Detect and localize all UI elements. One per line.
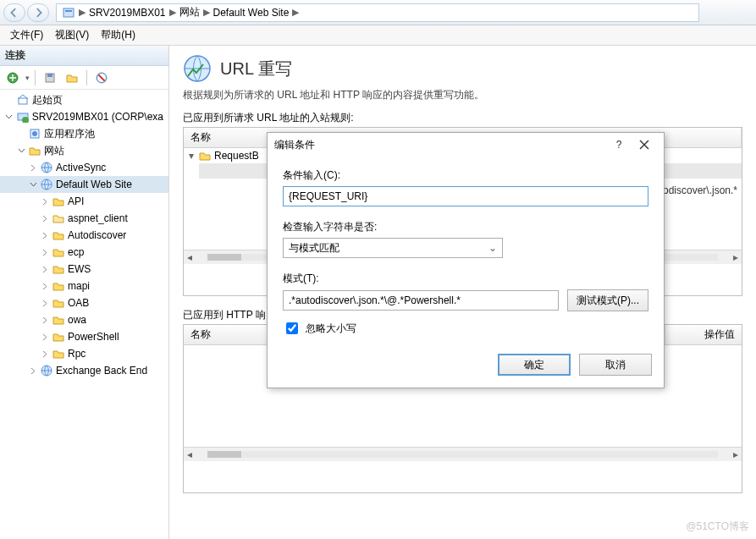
menu-help[interactable]: 帮助(H) — [96, 26, 141, 44]
condition-input-field[interactable] — [283, 186, 648, 206]
scroll-thumb[interactable] — [207, 451, 241, 458]
folder-icon — [52, 212, 65, 225]
folder-icon — [52, 262, 65, 276]
test-pattern-button[interactable]: 测试模式(P)... — [567, 289, 648, 311]
expand-icon[interactable] — [39, 266, 51, 273]
stop-icon[interactable] — [92, 69, 111, 87]
tree-site-exchange-back-end[interactable]: Exchange Back End — [0, 362, 168, 379]
svg-rect-8 — [19, 98, 27, 104]
ignore-case-label: 忽略大小写 — [306, 322, 356, 336]
connections-pane: 连接 ▾ 起始页 SRV2019MBX01 (CORP\exa — [0, 46, 169, 539]
svg-rect-0 — [63, 8, 74, 17]
edit-condition-dialog: 编辑条件 ? 条件输入(C): 检查输入字符串是否: 与模式匹配 ⌄ 模式(T)… — [267, 132, 665, 388]
tree-vdir-powershell[interactable]: PowerShell — [0, 328, 168, 345]
tree-app-pools[interactable]: 应用程序池 — [0, 125, 168, 142]
server-icon — [62, 6, 75, 19]
expand-icon[interactable] — [39, 249, 51, 256]
tree-site-default-web-site[interactable]: Default Web Site — [0, 176, 168, 193]
breadcrumb-sites[interactable]: 网站 — [179, 5, 200, 19]
folder-icon — [199, 150, 211, 162]
inbound-rules-label: 已应用到所请求 URL 地址的入站规则: — [183, 111, 742, 125]
check-type-label: 检查输入字符串是否: — [283, 220, 648, 234]
connections-tree[interactable]: 起始页 SRV2019MBX01 (CORP\exa 应用程序池 网站 Acti — [0, 90, 168, 539]
ignore-case-checkbox[interactable]: 忽略大小写 — [283, 320, 648, 337]
connections-toolbar: ▾ — [0, 66, 168, 90]
expand-icon[interactable] — [39, 333, 51, 341]
check-type-select[interactable]: 与模式匹配 ⌄ — [283, 238, 503, 258]
folder-icon — [52, 195, 65, 208]
scroll-left-icon[interactable]: ◂ — [184, 448, 196, 460]
page-description: 根据规则为所请求的 URL 地址和 HTTP 响应的内容提供重写功能。 — [183, 88, 742, 102]
chevron-right-icon: ▶ — [79, 7, 86, 18]
breadcrumb-host[interactable]: SRV2019MBX01 — [89, 7, 166, 19]
page-title: URL 重写 — [220, 58, 292, 80]
column-operation-value[interactable]: 操作值 — [665, 325, 742, 344]
help-button[interactable]: ? — [606, 136, 632, 153]
expand-icon[interactable] — [39, 350, 51, 358]
tree-vdir-rpc[interactable]: Rpc — [0, 345, 168, 362]
dialog-title: 编辑条件 — [274, 138, 606, 152]
chevron-right-icon: ▶ — [203, 7, 210, 18]
expand-icon[interactable] — [39, 283, 51, 290]
nav-forward-button[interactable] — [27, 3, 49, 22]
ignore-case-input[interactable] — [286, 322, 298, 334]
tree-vdir-api[interactable]: API — [0, 193, 168, 210]
tree-vdir-owa[interactable]: owa — [0, 311, 168, 328]
expand-icon[interactable] — [39, 198, 51, 206]
globe-icon — [40, 161, 53, 174]
tree-site-activesync[interactable]: ActiveSync — [0, 159, 168, 176]
close-button[interactable] — [632, 136, 657, 153]
folder-open-icon[interactable] — [63, 69, 81, 87]
folder-icon — [52, 313, 65, 327]
expand-icon[interactable] — [39, 300, 51, 307]
collapse-icon[interactable] — [3, 113, 15, 121]
chevron-down-icon: ⌄ — [488, 242, 497, 254]
menu-view[interactable]: 视图(V) — [50, 26, 94, 44]
save-icon[interactable] — [41, 69, 59, 87]
folder-icon — [52, 228, 65, 242]
collapse-icon[interactable] — [27, 181, 39, 189]
pattern-input-field[interactable] — [283, 290, 559, 311]
tree-vdir-mapi[interactable]: mapi — [0, 278, 168, 294]
watermark: @51CTO博客 — [686, 520, 749, 534]
expand-icon[interactable] — [39, 316, 51, 324]
rule-pattern-peek: odiscover\.json.* — [663, 184, 737, 196]
horizontal-scrollbar[interactable]: ◂ ▸ — [184, 447, 742, 461]
menu-bar: 文件(F) 视图(V) 帮助(H) — [0, 25, 756, 46]
connect-icon[interactable] — [3, 69, 22, 87]
svg-point-12 — [32, 131, 37, 136]
scroll-right-icon[interactable]: ▸ — [730, 251, 742, 263]
tree-vdir-autodiscover[interactable]: Autodiscover — [0, 227, 168, 244]
url-rewrite-icon — [183, 54, 212, 83]
tree-vdir-ews[interactable]: EWS — [0, 261, 168, 278]
scroll-right-icon[interactable]: ▸ — [730, 448, 742, 460]
tree-vdir-aspnet-client[interactable]: aspnet_client — [0, 210, 168, 227]
globe-icon — [40, 178, 53, 191]
scroll-left-icon[interactable]: ◂ — [184, 251, 196, 263]
collapse-icon[interactable]: ▾ — [189, 150, 199, 162]
check-type-value: 与模式匹配 — [289, 241, 339, 256]
tree-vdir-oab[interactable]: OAB — [0, 294, 168, 311]
dropdown-icon[interactable]: ▾ — [25, 74, 30, 82]
breadcrumb-site[interactable]: Default Web Site — [213, 7, 290, 19]
collapse-icon[interactable] — [15, 147, 27, 155]
tree-sites[interactable]: 网站 — [0, 142, 168, 159]
expand-icon[interactable] — [27, 164, 39, 172]
home-icon — [16, 93, 30, 107]
tree-server[interactable]: SRV2019MBX01 (CORP\exa — [0, 108, 168, 125]
folder-icon — [52, 296, 65, 310]
tree-vdir-ecp[interactable]: ecp — [0, 244, 168, 261]
nav-back-button[interactable] — [3, 3, 25, 22]
rule-name: RequestB — [214, 150, 259, 162]
ok-button[interactable]: 确定 — [498, 354, 571, 376]
folder-icon — [52, 279, 65, 293]
expand-icon[interactable] — [39, 232, 51, 239]
expand-icon[interactable] — [27, 367, 39, 375]
cancel-button[interactable]: 取消 — [579, 354, 652, 376]
breadcrumb[interactable]: ▶ SRV2019MBX01 ▶ 网站 ▶ Default Web Site ▶ — [56, 3, 699, 22]
svg-rect-4 — [47, 74, 52, 77]
tree-start-page[interactable]: 起始页 — [0, 91, 168, 108]
menu-file[interactable]: 文件(F) — [5, 26, 48, 44]
scroll-thumb[interactable] — [207, 254, 241, 261]
expand-icon[interactable] — [39, 215, 51, 223]
